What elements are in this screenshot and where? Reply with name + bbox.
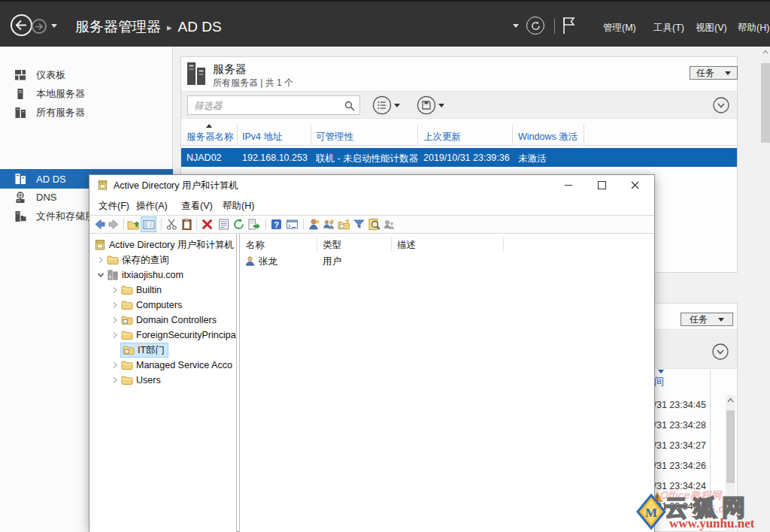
chevron-right-icon[interactable] <box>109 284 121 296</box>
new-ou-icon[interactable] <box>338 218 350 231</box>
tasks-button-label: 任务 <box>690 313 708 326</box>
export-list-icon[interactable] <box>247 218 260 231</box>
column-divider <box>417 125 418 145</box>
list-row-zhanglong[interactable]: 张龙 用户 <box>240 255 654 269</box>
scroll-up-icon[interactable] <box>762 50 768 55</box>
sidebar-item-label: 仪表板 <box>36 68 65 82</box>
scroll-up-icon[interactable] <box>727 397 734 404</box>
console-tree-toggle-active[interactable] <box>141 216 156 232</box>
tree-item-computers[interactable]: Computers <box>109 298 182 313</box>
save-query-caret-icon[interactable] <box>438 104 444 107</box>
list-col-type[interactable]: 类型 <box>323 239 341 252</box>
new-user-icon[interactable] <box>308 218 320 231</box>
events-tasks-button[interactable]: 任务 <box>681 313 733 326</box>
tree-item-domain-controllers[interactable]: Domain Controllers <box>109 313 217 328</box>
paste-icon[interactable] <box>180 218 193 231</box>
main-scrollbar[interactable] <box>761 47 770 532</box>
tree-item-managed-service[interactable]: Managed Service Acco <box>109 358 232 373</box>
col-manageability[interactable]: 可管理性 <box>316 131 353 144</box>
collapse-chevron-icon[interactable] <box>712 343 729 360</box>
forward-icon[interactable] <box>108 218 120 231</box>
collapse-chevron-icon[interactable] <box>713 97 729 113</box>
events-scrollbar-thumb[interactable] <box>726 410 735 483</box>
col-last-update[interactable]: 上次更新 <box>423 131 461 144</box>
sidebar-item-dashboard[interactable]: 仪表板 <box>0 65 173 84</box>
menu-tools[interactable]: 工具(T) <box>653 22 684 35</box>
properties-icon[interactable] <box>217 218 230 231</box>
cell-ipv4: 192.168.10.253 <box>242 153 308 163</box>
help-window-icon[interactable] <box>286 218 299 231</box>
servers-filter-input[interactable] <box>192 97 346 115</box>
server-row-njad02[interactable]: NJAD02 192.168.10.253 联机 - 未启动性能计数器 2019… <box>181 148 737 167</box>
tree-item-label: Active Directory 用户和计算机 <box>109 239 234 252</box>
top-bar: 服务器管理器 ▸ AD DS 管理(M) 工具(T) 视图(V) 帮助(H) <box>0 0 770 47</box>
tree-item-root[interactable]: Active Directory 用户和计算机 <box>94 237 234 252</box>
sidebar-item-all-servers[interactable]: 所有服务器 <box>0 103 173 122</box>
refresh-icon[interactable] <box>232 218 245 231</box>
forward-arrow-icon <box>35 23 43 30</box>
servers-tasks-button[interactable]: 任务 <box>690 66 738 80</box>
forward-button[interactable] <box>32 19 47 34</box>
filter-icon[interactable] <box>353 218 365 231</box>
filter-criteria-icon[interactable] <box>372 95 392 115</box>
menu-view[interactable]: 查看(V) <box>181 200 213 213</box>
window-toolbar: ? <box>89 215 654 234</box>
tree-item-builtin[interactable]: Builtin <box>109 283 162 298</box>
events-scrollbar[interactable] <box>726 395 735 532</box>
tree-item-users[interactable]: Users <box>109 373 161 388</box>
help-icon[interactable]: ? <box>270 218 283 231</box>
refresh-button[interactable] <box>526 17 544 35</box>
main-scrollbar-thumb[interactable] <box>761 63 770 143</box>
maximize-button[interactable] <box>590 175 613 195</box>
tree-item-label: IT部门 <box>138 344 165 357</box>
chevron-right-icon[interactable] <box>109 314 121 326</box>
close-button[interactable] <box>623 175 646 195</box>
list-col-description[interactable]: 描述 <box>397 239 416 252</box>
servers-panel-icon <box>186 62 207 86</box>
col-server-name[interactable]: 服务器名称 <box>186 131 234 144</box>
breadcrumb-current[interactable]: AD DS <box>178 19 222 35</box>
minimize-button[interactable] <box>557 175 580 195</box>
col-time-partial[interactable]: 间 <box>654 375 664 388</box>
sidebar-item-local-server[interactable]: 本地服务器 <box>0 84 173 103</box>
menu-view[interactable]: 视图(V) <box>696 22 727 35</box>
col-ipv4[interactable]: IPv4 地址 <box>242 131 283 144</box>
filter-criteria-caret-icon[interactable] <box>394 104 400 107</box>
back-button[interactable] <box>11 14 32 36</box>
new-group-icon[interactable] <box>323 218 335 231</box>
list-col-name[interactable]: 名称 <box>246 239 265 252</box>
menu-help[interactable]: 帮助(H) <box>738 22 769 35</box>
find-icon[interactable] <box>368 218 380 231</box>
tree-item-it-department[interactable]: IT部门 <box>109 343 168 358</box>
chevron-right-icon[interactable] <box>109 374 121 386</box>
col-windows-activation[interactable]: Windows 激活 <box>518 131 578 144</box>
menu-help[interactable]: 帮助(H) <box>223 200 254 213</box>
local-server-icon <box>14 88 26 100</box>
breadcrumb-root[interactable]: 服务器管理器 <box>75 17 161 37</box>
cut-icon[interactable] <box>165 218 178 231</box>
tree-item-domain[interactable]: itxiaojishu.com <box>95 268 183 283</box>
nav-history-caret-icon[interactable] <box>51 24 57 28</box>
save-query-icon[interactable] <box>417 95 436 115</box>
delete-icon[interactable] <box>201 218 214 231</box>
menu-action[interactable]: 操作(A) <box>136 200 168 213</box>
chevron-down-icon[interactable] <box>95 269 107 281</box>
breadcrumb-separator-icon: ▸ <box>161 22 178 33</box>
tree-item-saved-queries[interactable]: 保存的查询 <box>95 252 169 268</box>
pane-divider[interactable] <box>236 234 237 532</box>
window-title-bar[interactable]: Active Directory 用户和计算机 <box>89 175 654 195</box>
sidebar-item-label: 本地服务器 <box>36 87 85 101</box>
search-icon[interactable] <box>344 101 355 111</box>
chevron-right-icon[interactable] <box>109 299 121 311</box>
up-one-level-icon[interactable] <box>127 218 140 231</box>
menu-file[interactable]: 文件(F) <box>99 200 129 213</box>
chevron-right-icon[interactable] <box>109 329 121 341</box>
tree-item-foreign-security[interactable]: ForeignSecurityPrincipa <box>109 328 236 343</box>
back-icon[interactable] <box>93 218 106 231</box>
chevron-right-icon[interactable] <box>95 254 107 266</box>
special-group-icon[interactable] <box>383 218 396 231</box>
menu-manage[interactable]: 管理(M) <box>603 22 636 35</box>
chevron-right-icon[interactable] <box>109 359 121 371</box>
toolbar-caret-icon[interactable] <box>513 24 519 28</box>
notifications-flag-icon[interactable] <box>562 17 576 35</box>
